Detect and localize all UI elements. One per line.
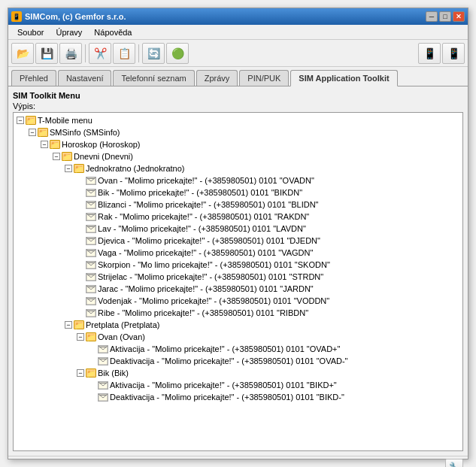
folder-icon: 📁 [74,164,84,173]
folder-icon: 📁 [50,140,60,149]
message-icon [98,381,108,390]
message-icon [86,261,96,269]
tree-item-label: Ovan - "Molimo pricekajte!" - (+38598050… [98,176,314,185]
tree-item[interactable]: Ovan - "Molimo pricekajte!" - (+38598050… [15,174,461,186]
expand-icon[interactable]: − [65,321,72,329]
title-bar-controls: ─ □ ✕ [426,11,465,22]
tree-item[interactable]: Deaktivacija - "Molimo pricekajte!" - (+… [15,391,461,403]
tree-item[interactable]: −📁T-Mobile menu [15,114,461,126]
tree-item[interactable]: −📁Ovan (Ovan) [15,331,461,343]
tree-item[interactable]: Vaga - "Molimo pricekajte!" - (+38598050… [15,247,461,259]
message-icon [86,273,96,281]
tab-telefonni-seznam[interactable]: Telefonní seznam [113,70,194,86]
minimize-button[interactable]: ─ [426,11,438,22]
message-icon [86,309,96,317]
expand-icon[interactable]: − [53,153,60,160]
message-icon [86,297,96,305]
menu-napoveda[interactable]: Nápověda [88,26,138,38]
tree-item[interactable]: Djevica - "Molimo pricekajte!" - (+38598… [15,235,461,247]
expand-icon[interactable]: − [29,129,36,136]
close-button[interactable]: ✕ [453,11,465,22]
message-icon [86,249,96,257]
sim-card-button-2[interactable]: 📱 [442,43,465,64]
message-icon [86,201,96,209]
tree-item-label: Aktivacija - "Molimo pricekajte!" - (+38… [110,381,337,390]
tree-item[interactable]: Ribe - "Molimo pricekajte!" - (+38598050… [15,307,461,319]
tree-item-label: T-Mobile menu [38,116,92,125]
tree-item[interactable]: Lav - "Molimo pricekajte!" - (+385980501… [15,223,461,235]
folder-icon: 📁 [38,128,48,137]
menu-upravy[interactable]: Úpravy [50,26,88,38]
tree-item[interactable]: Strijelac - "Molimo pricekajte!" - (+385… [15,271,461,283]
tree-item[interactable]: Skorpion - "Mo limo pricekajte!" - (+385… [15,259,461,271]
main-window: 📱 SIMCom, (c) Gemfor s.r.o. ─ □ ✕ Soubor… [8,8,468,459]
tree-item[interactable]: Deaktivacija - "Molimo pricekajte!" - (+… [15,355,461,367]
message-icon [86,213,96,221]
title-bar: 📱 SIMCom, (c) Gemfor s.r.o. ─ □ ✕ [8,8,468,25]
message-icon [86,177,96,185]
tree-item[interactable]: −📁Dnevni (Dnevni) [15,150,461,162]
maximize-button[interactable]: □ [439,11,451,22]
refresh-button[interactable]: 🔄 [142,43,165,64]
tree-item-label: Vaga - "Molimo pricekajte!" - (+38598050… [98,248,313,257]
tab-nastaveni[interactable]: Nastavení [58,70,112,86]
message-icon [98,393,108,402]
connect-button[interactable]: 🟢 [166,43,189,64]
open-button[interactable]: 📂 [11,43,34,64]
toolbar-separator-2 [138,44,139,62]
expand-icon[interactable]: − [41,141,48,148]
tree-item-label: Ribe - "Molimo pricekajte!" - (+38598050… [98,308,308,317]
tree-item-label: Strijelac - "Molimo pricekajte!" - (+385… [98,272,323,281]
tree-item-label: Lav - "Molimo pricekajte!" - (+385980501… [98,224,306,233]
folder-icon: 📁 [62,152,72,161]
tab-zpravy[interactable]: Zprávy [196,70,238,86]
tree-item-label: Bik - "Molimo pricekajte!" - (+385980501… [98,188,302,197]
tree-item[interactable]: Aktivacija - "Molimo pricekajte!" - (+38… [15,379,461,391]
tree-item-label: Bik (Bik) [98,368,129,378]
folder-icon: 📁 [74,320,84,329]
tab-sim-application-toolkit[interactable]: SIM Application Toolkit [290,70,397,86]
tree-item-label: Vodenjak - "Molimo pricekajte!" - (+3859… [98,296,329,305]
message-icon [86,237,96,245]
message-icon [86,189,96,197]
tree-item[interactable]: Jarac - "Molimo pricekajte!" - (+3859805… [15,283,461,295]
message-icon [98,357,108,365]
tree-item[interactable]: Rak - "Molimo pricekajte!" - (+385980501… [15,211,461,223]
expand-icon[interactable]: − [65,165,72,172]
section-title: SIM Toolkit Menu [13,91,463,100]
tree-item[interactable]: −📁Horoskop (Horoskop) [15,138,461,150]
toolkit-button[interactable]: 🔧 [445,459,463,468]
tree-item[interactable]: Aktivacija - "Molimo pricekajte!" - (+38… [15,343,461,355]
toolbar-separator-1 [85,44,86,62]
bottom-bar: 🔧 [8,456,468,467]
tab-prehled[interactable]: Přehled [11,70,56,86]
expand-icon[interactable]: − [17,117,24,124]
menu-bar: Soubor Úpravy Nápověda [8,25,468,40]
tree-item[interactable]: −📁Bik (Bik) [15,367,461,379]
content-area: SIM Toolkit Menu Výpis: −📁T-Mobile menu−… [8,86,468,456]
tree-item[interactable]: Vodenjak - "Molimo pricekajte!" - (+3859… [15,295,461,307]
tree-item-label: Horoskop (Horoskop) [62,140,141,149]
tree-item-label: Pretplata (Pretplata) [86,320,159,329]
print-button[interactable]: 🖨️ [59,43,82,64]
expand-icon[interactable]: − [77,369,84,377]
save-button[interactable]: 💾 [35,43,58,64]
cut-button[interactable]: ✂️ [89,43,111,64]
tree-container[interactable]: −📁T-Mobile menu−📁SMSinfo (SMSinfo)−📁Horo… [13,112,463,451]
tree-item-label: Djevica - "Molimo pricekajte!" - (+38598… [98,236,320,245]
message-icon [86,225,96,233]
paste-button[interactable]: 📋 [113,43,135,64]
tree-item[interactable]: Blizanci - "Molimo pricekajte!" - (+3859… [15,199,461,211]
tab-pin-puk[interactable]: PIN/PUK [239,70,289,86]
sim-card-button-1[interactable]: 📱 [418,43,441,64]
tree-item[interactable]: −📁Jednokratno (Jednokratno) [15,162,461,174]
tree-item-label: Blizanci - "Molimo pricekajte!" - (+3859… [98,200,319,209]
window-title: SIMCom, (c) Gemfor s.r.o. [25,12,126,21]
menu-soubor[interactable]: Soubor [11,26,50,38]
tree-item[interactable]: Bik - "Molimo pricekajte!" - (+385980501… [15,186,461,199]
tree-item[interactable]: −📁Pretplata (Pretplata) [15,319,461,331]
toolbar-right: 📱 📱 [418,43,465,64]
expand-icon[interactable]: − [77,333,84,341]
tree-item[interactable]: −📁SMSinfo (SMSinfo) [15,126,461,138]
vypis-label: Výpis: [13,102,463,111]
